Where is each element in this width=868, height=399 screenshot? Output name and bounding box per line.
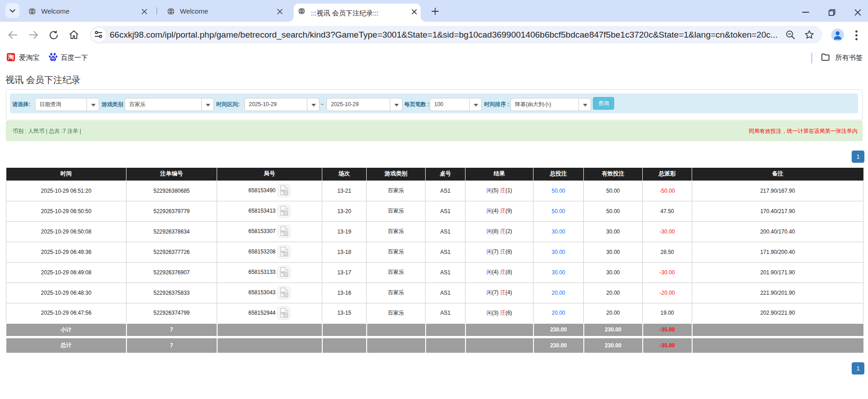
svg-text:du: du: [51, 57, 55, 60]
